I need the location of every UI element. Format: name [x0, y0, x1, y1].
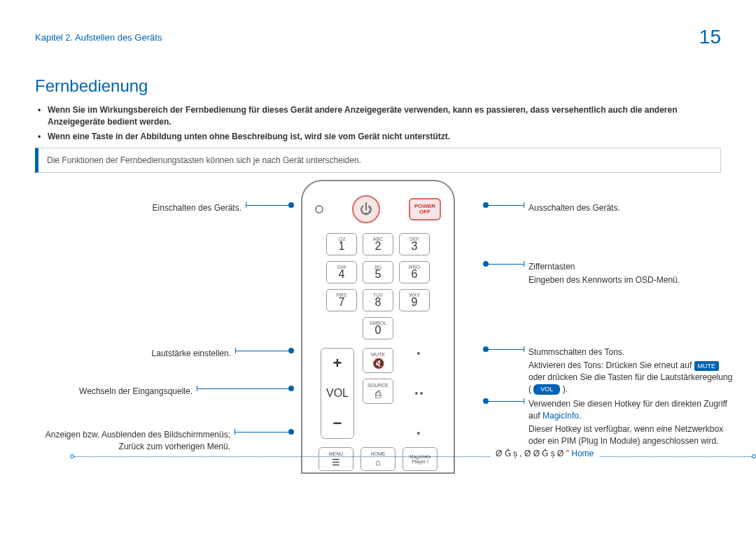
label-power-on: Einschalten des Geräts. — [153, 202, 241, 214]
chapter-title: Kapitel 2. Aufstellen des Geräts — [35, 32, 162, 43]
mute-icon: 🔇 — [372, 358, 384, 369]
source-icon: ⎙ — [375, 388, 381, 400]
key-8: TUV8 — [363, 289, 393, 311]
key-7-digit: 7 — [339, 296, 345, 309]
key-4-digit: 4 — [339, 268, 345, 281]
intro-bullet-1: Wenn Sie im Wirkungsbereich der Fernbedi… — [41, 104, 721, 128]
mute-button: MUTE 🔇 — [363, 348, 393, 373]
power-on-button: ⏻ — [352, 195, 380, 223]
source-label: SOURCE — [368, 383, 388, 388]
intro-list: Wenn Sie im Wirkungsbereich der Fernbedi… — [35, 104, 721, 142]
key-2: ABC2 — [363, 233, 393, 255]
label-magicinfo-sub: Dieser Hotkey ist verfügbar, wenn eine N… — [528, 423, 735, 447]
ir-led-icon — [315, 205, 323, 213]
key-6-digit: 6 — [412, 268, 418, 281]
source-button: SOURCE ⎙ — [363, 379, 393, 404]
key-3-digit: 3 — [412, 240, 418, 253]
channel-down-icon — [417, 432, 420, 435]
remote-illustration: ⏻ POWER OFF .QZ1 ABC2 DEF3 GHI4 JKL5 MNO… — [301, 180, 455, 474]
home-button: HOME ⌂ — [360, 447, 396, 471]
magicinfo-label-2: Player I — [412, 459, 428, 465]
key-9-digit: 9 — [412, 296, 418, 309]
label-mute-pre: Aktivieren des Tons: Drücken Sie erneut … — [528, 360, 694, 370]
power-off-button: POWER OFF — [409, 198, 441, 220]
label-power-off: Ausschalten des Geräts. — [528, 202, 620, 214]
key-5: JKL5 — [363, 261, 393, 283]
label-mute: Stummschalten des Tons. — [528, 347, 624, 357]
connector-icon — [483, 346, 524, 352]
menu-button: MENU ☰ — [318, 447, 354, 471]
home-link[interactable]: Home — [571, 449, 594, 458]
content-area: Einschalten des Geräts. Lautstärke einst… — [35, 180, 721, 474]
magicinfo-button: MagicInfo Player I — [402, 447, 438, 471]
section-title: Fernbedienung — [35, 76, 756, 96]
key-8-digit: 8 — [375, 296, 382, 309]
key-4: GHI4 — [326, 261, 357, 283]
label-magicinfo: Verwenden Sie diesen Hotkey für den dire… — [528, 399, 727, 421]
connector-icon — [483, 398, 524, 404]
connector-icon — [197, 386, 294, 391]
connector-icon — [246, 202, 294, 208]
label-volume: Lautstärke einstellen. — [152, 348, 231, 360]
footer-symbols: Ø Ǵ ș , Ø Ø Ǵ ș Ø " — [496, 449, 571, 458]
vol-badge-icon: VOL — [533, 384, 560, 395]
label-source: Wechseln der Eingangsquelle. — [79, 386, 192, 398]
power-off-label-bot: OFF — [419, 209, 430, 216]
key-0: SMBOL0 — [363, 317, 393, 339]
connector-icon — [483, 202, 524, 208]
intro-bullet-2: Wenn eine Taste in der Abbildung unten o… — [41, 131, 721, 143]
label-menu: Anzeigen bzw. Ausblenden des Bildschirmm… — [35, 429, 230, 453]
channel-mid-icon — [415, 392, 423, 395]
key-7: PRS7 — [326, 289, 357, 311]
volume-down-icon: − — [333, 414, 342, 433]
label-keypad-sub: Eingeben des Kennworts im OSD-Menü. — [528, 274, 680, 286]
label-keypad: Zifferntasten — [528, 262, 575, 272]
key-9: WXY9 — [399, 289, 430, 311]
label-mute-sub: Aktivieren des Tons: Drücken Sie erneut … — [528, 360, 735, 395]
key-5-digit: 5 — [375, 268, 382, 281]
page-number: 15 — [699, 26, 721, 48]
channel-up-icon — [417, 352, 420, 355]
key-0-digit: 0 — [375, 324, 382, 337]
volume-up-icon: + — [333, 354, 342, 372]
volume-label: VOL — [326, 387, 349, 400]
key-3: DEF3 — [399, 233, 430, 255]
mute-label: MUTE — [371, 352, 385, 357]
info-box: Die Funktionen der Fernbedienungstasten … — [35, 148, 721, 173]
mute-badge-icon: MUTE — [694, 361, 720, 372]
key-2-digit: 2 — [375, 240, 382, 253]
key-1: .QZ1 — [326, 233, 357, 255]
label-mute-post: ). — [563, 384, 568, 394]
magicinfo-link[interactable]: MagicInfo — [542, 411, 579, 421]
connector-icon — [234, 429, 294, 435]
volume-rocker: + VOL − — [321, 348, 354, 439]
connector-icon — [483, 261, 524, 267]
key-1-digit: 1 — [339, 240, 345, 253]
key-6: MNO6 — [399, 261, 430, 283]
connector-icon — [235, 348, 294, 353]
footer-connector — [70, 454, 756, 458]
